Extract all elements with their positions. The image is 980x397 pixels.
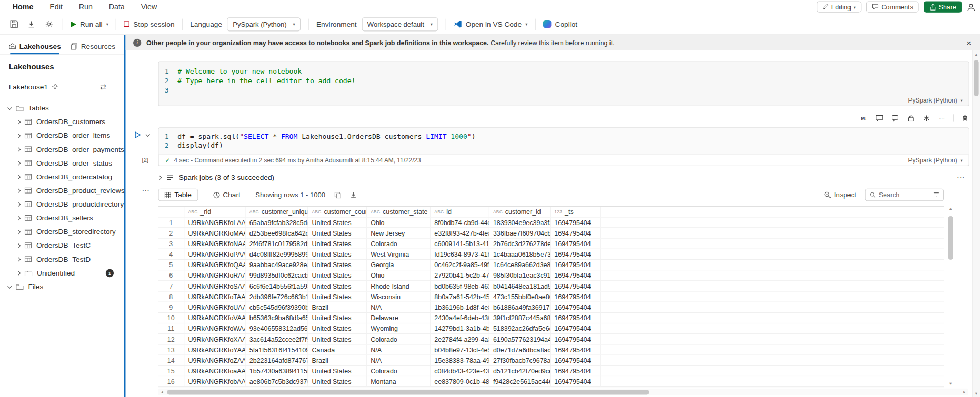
open-vscode-button[interactable]: Open in VS Code ▾ (454, 20, 527, 28)
settings-gear-icon[interactable] (43, 17, 55, 31)
menu-edit[interactable]: Edit (49, 3, 63, 12)
chevron-right-icon[interactable] (16, 257, 21, 261)
table-row[interactable]: 14U9RkANGRKfoZAAAA...2b223164afd874767e.… (158, 355, 944, 366)
code-cell-1[interactable]: 1 # Welcome to your new notebook 2 # Typ… (158, 61, 969, 106)
code-editor[interactable]: 1 # Welcome to your new notebook 2 # Typ… (159, 67, 969, 95)
table-row[interactable]: 15U9RkANGRKfoaAAAA...1b57430a63894115b..… (158, 366, 944, 376)
close-banner-icon[interactable]: × (966, 38, 971, 47)
sidebar-table-item[interactable]: OrdersDB_product_reviews (0, 184, 124, 197)
tables-folder-row[interactable]: Tables (0, 101, 124, 115)
chevron-right-icon[interactable] (16, 161, 21, 165)
table-row[interactable]: 10U9RkANGRKfoVAAAA...b65363c9ba68dfa650.… (158, 313, 944, 323)
chevron-right-icon[interactable] (16, 271, 21, 275)
search-input[interactable] (879, 191, 930, 198)
scroll-left-icon[interactable]: ◂ (158, 389, 165, 394)
unidentified-folder-row[interactable]: Unidentified 1 (0, 266, 124, 280)
table-row[interactable]: 4U9RkANGRKfoPAAAA...d4c08fff82e9995899d.… (158, 249, 944, 260)
table-row[interactable]: 5U9RkANGRKfoQAAA...9aabbac49ace928eaf...… (158, 260, 944, 270)
menu-data[interactable]: Data (109, 3, 125, 12)
freeze-cell-icon[interactable] (922, 114, 931, 123)
table-row[interactable]: 2U9RkANGRKfoMAAA...d253bee698fca642cc...… (158, 228, 944, 238)
menu-view[interactable]: View (141, 3, 157, 12)
chevron-right-icon[interactable] (16, 188, 21, 192)
table-scrollbar-thumb[interactable] (948, 216, 953, 260)
column-header-_ts[interactable]: 123_ts (551, 207, 601, 217)
table-vertical-scrollbar[interactable]: ▴ ▾ (947, 206, 954, 386)
run-all-button[interactable]: Run all ▾ (71, 21, 108, 28)
tab-table[interactable]: Table (158, 189, 197, 201)
chevron-right-icon[interactable] (16, 216, 21, 220)
table-row[interactable]: 16U9RkANGRKfobAAAA...ae806b7c5b3dc9376..… (158, 376, 944, 387)
scroll-right-icon[interactable]: ▸ (961, 389, 968, 394)
column-header-customer_unique_id[interactable]: ABCcustomer_unique_id (246, 207, 308, 217)
export-icon[interactable] (25, 17, 38, 31)
code-cell-2[interactable]: [2] 1df = spark.sql("SELECT * FROM Lakeh… (158, 127, 969, 166)
table-row[interactable]: 13U9RkANGRKfoYAAAA...5fa1f56316f4154109c… (158, 345, 944, 355)
cell-kernel-selector[interactable]: PySpark (Python) ▾ (908, 97, 963, 104)
results-search-box[interactable] (865, 189, 944, 201)
sidebar-table-item[interactable]: OrdersDB_sellers (0, 211, 124, 225)
delete-cell-icon[interactable] (961, 114, 969, 123)
chevron-right-icon[interactable] (16, 202, 21, 206)
column-header-customer_id[interactable]: ABCcustomer_id (489, 207, 551, 217)
chevron-down-icon[interactable] (7, 105, 12, 109)
menu-home[interactable]: Home (13, 3, 34, 12)
table-row[interactable]: 9U9RkANGRKfoUAAA...cb5c545d96f39390b7...… (158, 302, 944, 313)
chevron-down-icon[interactable]: ▾ (525, 22, 527, 26)
tab-lakehouses[interactable]: Lakehouses (9, 43, 61, 55)
chevron-down-icon[interactable] (7, 284, 12, 288)
lock-cell-icon[interactable] (906, 114, 915, 123)
download-results-icon[interactable] (349, 191, 356, 198)
sidebar-table-item[interactable]: OrdersDB_customers (0, 115, 124, 129)
language-select[interactable]: PySpark (Python) ▾ (227, 17, 301, 31)
chevron-down-icon[interactable] (146, 132, 150, 136)
sidebar-table-item[interactable]: OrdersDB_storedirectory (0, 225, 124, 239)
column-header-customer_state[interactable]: ABCcustomer_state (367, 207, 431, 217)
cell-kernel-selector[interactable]: PySpark (Python) ▾ (908, 157, 963, 164)
table-row[interactable]: 7U9RkANGRKfoSAAAA...6c6f6e14b556f1a598..… (158, 281, 944, 291)
column-header-customer_country[interactable]: ABCcustomer_country (308, 207, 367, 217)
chevron-right-icon[interactable] (16, 147, 21, 151)
code-line[interactable]: 3 (159, 86, 969, 95)
sidebar-table-item[interactable]: OrdersDB_productdirectory (0, 197, 124, 211)
spark-jobs-label[interactable]: Spark jobs (3 of 3 succeeded) (179, 174, 274, 181)
scroll-up-icon[interactable]: ▴ (947, 206, 954, 211)
output-options-icon[interactable]: ⋯ (142, 186, 149, 195)
tab-resources[interactable]: Resources (71, 43, 115, 55)
chat-icon[interactable] (891, 114, 899, 123)
account-avatar-icon[interactable] (967, 3, 975, 11)
chevron-right-icon[interactable] (16, 243, 21, 247)
save-icon[interactable] (7, 17, 20, 31)
sidebar-table-item[interactable]: OrdersDB_TestD (0, 252, 124, 266)
horizontal-scrollbar[interactable]: ◂ ▸ (158, 389, 968, 395)
code-line[interactable]: 2display(df) (159, 141, 969, 150)
table-row[interactable]: 1U9RkANGRKfoLAAAA...65aba9fcfab328c5dcc.… (158, 217, 944, 228)
sidebar-table-item[interactable]: OrdersDB_order_items (0, 129, 124, 142)
chevron-right-icon[interactable] (157, 175, 162, 179)
code-line[interactable]: 1df = spark.sql("SELECT * FROM Lakehouse… (159, 132, 969, 141)
copilot-button[interactable]: Copilot (543, 20, 577, 28)
pin-icon[interactable] (52, 84, 58, 90)
chevron-right-icon[interactable] (16, 119, 21, 124)
files-folder-row[interactable]: Files (0, 280, 124, 293)
horizontal-scrollbar-thumb[interactable] (167, 389, 649, 394)
run-cell-icon[interactable] (134, 131, 141, 138)
table-row[interactable]: 12U9RkANGRKfoXAAAA...3ac614a52ccee2f7f92… (158, 334, 944, 344)
page-scrollbar-thumb[interactable] (974, 60, 979, 96)
page-vertical-scrollbar[interactable]: ▴ ▾ (972, 50, 980, 397)
stop-session-button[interactable]: Stop session (124, 21, 175, 28)
chevron-right-icon[interactable] (16, 133, 21, 137)
sidebar-table-item[interactable]: OrdersDB_order_status (0, 156, 124, 170)
code-line[interactable]: 1 # Welcome to your new notebook (159, 67, 969, 76)
environment-select[interactable]: Workspace default ▾ (362, 17, 438, 31)
convert-to-markdown-icon[interactable]: M↓ (859, 114, 868, 123)
comments-button[interactable]: Comments (866, 1, 918, 12)
column-header-id[interactable]: ABCid (431, 207, 489, 217)
menu-run[interactable]: Run (79, 3, 93, 12)
copy-results-icon[interactable] (334, 191, 341, 198)
table-row[interactable]: 8U9RkANGRKfoTAAAA...2db396fe726c663b1c..… (158, 292, 944, 302)
chevron-down-icon[interactable]: ▾ (106, 22, 108, 26)
chevron-right-icon[interactable] (16, 229, 21, 233)
editing-mode-button[interactable]: Editing ▾ (817, 1, 862, 12)
filter-icon[interactable] (933, 192, 939, 198)
